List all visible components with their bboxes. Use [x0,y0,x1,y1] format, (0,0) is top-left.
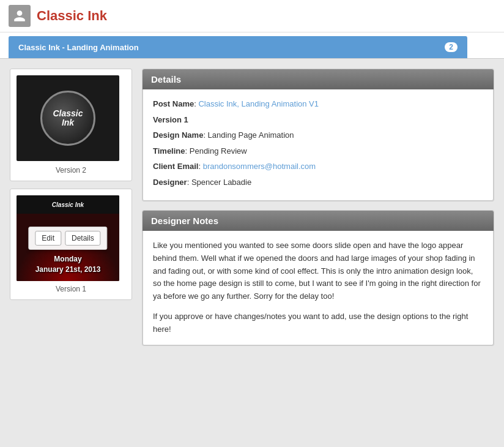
user-icon [9,5,31,27]
design-name-value: Landing Page Animation [208,130,294,140]
tab-bar: Classic Ink - Landing Animation 2 [0,32,504,59]
edit-button[interactable]: Edit [35,231,61,246]
version-label: Version 1 [153,115,188,124]
details-section: Details Post Name: Classic Ink, Landing … [142,69,494,201]
v1-date: Monday January 21st, 2013 [17,254,119,275]
version-2-card[interactable]: ClassicInk Version 2 [10,69,132,181]
designer-row: Designer: Spencer Labadie [153,176,483,189]
client-email-value[interactable]: brandonsommers@hotmail.com [203,162,316,171]
page-title: Classic Ink [37,8,107,24]
details-body: Post Name: Classic Ink, Landing Animatio… [143,89,494,201]
tab-badge: 2 [445,42,458,52]
timeline-value: Pending Review [190,146,247,156]
version-2-thumbnail: ClassicInk [17,75,119,161]
v1-logo-small: Classic Ink [52,201,84,208]
timeline-label: Timeline [153,146,185,156]
logo-text: ClassicInk [53,109,83,128]
notes-paragraph-1: Like you mentioned you wanted to see som… [153,239,483,303]
design-name-label: Design Name [153,130,203,140]
details-button[interactable]: Details [65,231,101,246]
main-content: ClassicInk Version 2 Classic Ink Edit De… [0,59,504,356]
version-row: Version 1 [153,114,483,126]
designer-value: Spencer Labadie [191,178,251,187]
version-2-label: Version 2 [17,166,125,175]
notes-paragraph-2: If you approve or have changes/notes you… [153,310,483,336]
notes-text: Like you mentioned you wanted to see som… [153,239,483,336]
version-1-card[interactable]: Classic Ink Edit Details Monday January … [10,189,132,300]
logo-circle: ClassicInk [40,91,95,146]
v1-overlay: Edit Details [28,227,107,250]
version-1-thumbnail: Classic Ink Edit Details Monday January … [17,195,119,281]
designer-notes-body: Like you mentioned you wanted to see som… [143,231,494,345]
design-name-row: Design Name: Landing Page Animation [153,129,483,141]
timeline-row: Timeline: Pending Review [153,145,483,157]
details-header: Details [143,69,494,89]
post-name-row: Post Name: Classic Ink, Landing Animatio… [153,98,483,110]
client-email-row: Client Email: brandonsommers@hotmail.com [153,160,483,173]
post-name-label: Post Name [153,99,194,108]
version-1-label: Version 1 [17,285,125,293]
tab-label: Classic Ink - Landing Animation [18,43,139,52]
versions-column: ClassicInk Version 2 Classic Ink Edit De… [10,69,132,300]
header: Classic Ink [0,0,504,32]
designer-label: Designer [153,178,187,187]
details-column: Details Post Name: Classic Ink, Landing … [142,69,494,346]
client-email-label: Client Email [153,162,198,171]
designer-notes-header: Designer Notes [143,211,494,231]
tab-landing-animation[interactable]: Classic Ink - Landing Animation 2 [9,36,467,58]
post-name-value[interactable]: Classic Ink, Landing Animation V1 [198,99,319,108]
v1-top-bar: Classic Ink [17,195,119,214]
designer-notes-section: Designer Notes Like you mentioned you wa… [142,210,494,346]
